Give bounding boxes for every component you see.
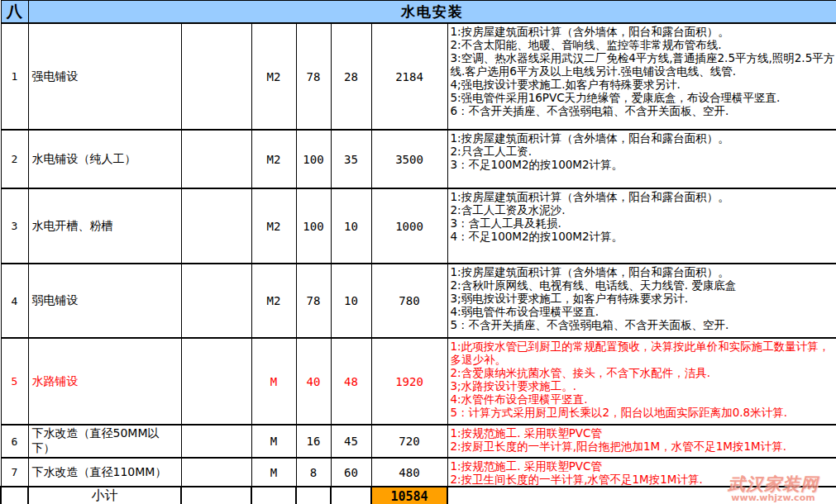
price-table: 八 水电安装 1强电铺设M2782821841:按房屋建筑面积计算（含外墙体，阳… — [0, 0, 836, 504]
note-line: 2:含工人工资及水泥沙. — [451, 203, 835, 216]
unit: M2 — [251, 23, 296, 130]
note-line: 2:不含太阳能、地暖、音响线、监控等非常规布管布线. — [451, 38, 835, 51]
note-line: 3;水路按设计要求施工。. — [451, 379, 835, 392]
subtotal-value: 10584 — [371, 487, 447, 504]
notes-cell: 1:按房屋建筑面积计算（含外墙体，阳台和露台面积）。2:含工人工资及水泥沙.3：… — [447, 188, 836, 264]
subtotal-notes-cell — [447, 487, 836, 504]
unit-price: 48 — [331, 338, 371, 425]
section-number: 八 — [1, 1, 28, 24]
item-row-1: 1强电铺设M2782821841:按房屋建筑面积计算（含外墙体，阳台和露台面积）… — [1, 23, 836, 130]
unit-price: 45 — [331, 425, 371, 458]
notes-cell: 1:按房屋建筑面积计算（含外墙体，阳台和露台面积）。2:只含工人工资.3：不足1… — [447, 130, 836, 188]
note-line: 1:按房屋建筑面积计算（含外墙体，阳台和露台面积）。 — [451, 265, 835, 278]
item-name: 水电开槽、粉槽 — [28, 188, 181, 264]
unit-price: 60 — [331, 458, 371, 487]
row-number: 2 — [1, 130, 28, 188]
note-line: 2:含爱康纳米抗菌水管、接头，不含下水配件，洁具. — [451, 366, 835, 379]
subtotal-label: 小计 — [28, 487, 181, 504]
line-total: 780 — [371, 264, 447, 338]
note-line: 1:按房屋建筑面积计算（含外墙体，阳台和露台面积）。 — [451, 131, 835, 145]
item-name: 弱电铺设 — [28, 264, 181, 338]
subtotal-num-cell — [1, 487, 28, 504]
note-line: 5：计算方式采用厨卫周长乘以2，阳台以地面实际距离加0.8米计算. — [451, 406, 835, 419]
note-line: 3:空调、热水器线采用武汉二厂免检4平方线,普通插座2.5平方线,照明2.5平方… — [451, 51, 835, 78]
unit: M — [251, 458, 296, 487]
subtotal-qty-cell — [296, 487, 331, 504]
blank-cell — [181, 458, 251, 487]
line-total: 1000 — [371, 188, 447, 264]
note-line: 1:按房屋建筑面积计算（含外墙体，阳台和露台面积）。 — [451, 190, 835, 203]
unit: M2 — [251, 130, 296, 188]
quantity: 78 — [296, 23, 331, 130]
item-row-3: 3水电开槽、粉槽M21001010001:按房屋建筑面积计算（含外墙体，阳台和露… — [1, 188, 836, 264]
item-name: 下水改造（直径110MM） — [28, 458, 181, 487]
quantity: 40 — [296, 338, 331, 425]
quantity: 78 — [296, 264, 331, 338]
line-total: 2184 — [371, 23, 447, 130]
item-row-4: 4弱电铺设M278107801:按房屋建筑面积计算（含外墙体，阳台和露台面积）。… — [1, 264, 836, 338]
quantity: 100 — [296, 130, 331, 188]
blank-cell — [181, 188, 251, 264]
notes-cell: 1:按房屋建筑面积计算（含外墙体，阳台和露台面积）。2:不含太阳能、地暖、音响线… — [447, 23, 836, 130]
notes-cell: 1:按规范施工. 采用联塑PVC管2:按卫生间长度的一半计算,水管不足1M按1M… — [447, 458, 836, 487]
note-line: 6：不含开关插座、不含强弱电箱、不含开关面板、空开. — [451, 104, 835, 117]
unit-price: 28 — [331, 23, 371, 130]
unit: M — [251, 338, 296, 425]
note-line: 2:含秋叶原网线、电视有线、电话线、天力线管. 爱康底盒 — [451, 278, 835, 292]
row-number: 7 — [1, 458, 28, 487]
note-line: 5:强电管件采用16PVC天力绝缘管，爱康底盒，布设合理横平竖直. — [451, 91, 835, 104]
unit-price: 10 — [331, 188, 371, 264]
note-line: 1:按规范施工. 采用联塑PVC管 — [451, 426, 835, 440]
note-line: 1:此项按水管已到厨卫的常规配置预收，决算按此单价和实际施工数量计算，多退少补。 — [451, 340, 835, 366]
note-line: 3：不足100M2的按100M2计算。 — [451, 158, 835, 171]
quantity: 100 — [296, 188, 331, 264]
blank-cell — [181, 338, 251, 425]
quantity: 16 — [296, 425, 331, 458]
note-line: 1:按房屋建筑面积计算（含外墙体，阳台和露台面积）。 — [451, 25, 835, 38]
item-row-2: 2水电铺设（纯人工）M21003535001:按房屋建筑面积计算（含外墙体，阳台… — [1, 130, 836, 188]
line-total: 720 — [371, 425, 447, 458]
item-name: 强电铺设 — [28, 23, 181, 130]
notes-cell: 1:此项按水管已到厨卫的常规配置预收，决算按此单价和实际施工数量计算，多退少补。… — [447, 338, 836, 425]
note-line: 4:弱电管件布设合理横平竖直. — [451, 305, 835, 318]
note-line: 3;弱电按设计要求施工，如客户有特殊要求另计. — [451, 292, 835, 305]
unit: M2 — [251, 264, 296, 338]
unit-price: 35 — [331, 130, 371, 188]
note-line: 4;强电按设计要求施工.如客户有特殊要求另计. — [451, 78, 835, 91]
section-header-row: 八 水电安装 — [1, 1, 836, 24]
note-line: 4：不足100M2的按100M2计算。 — [451, 230, 835, 243]
subtotal-price-cell — [331, 487, 371, 504]
unit: M — [251, 425, 296, 458]
row-number: 1 — [1, 23, 28, 130]
item-row-7: 7下水改造（直径110MM）M8604801:按规范施工. 采用联塑PVC管2:… — [1, 458, 836, 487]
note-line: 2:按厨卫长度的一半计算,阳台拖把池加1M，水管不足1M按1M计算. — [451, 440, 835, 453]
notes-cell: 1:按规范施工. 采用联塑PVC管2:按厨卫长度的一半计算,阳台拖把池加1M，水… — [447, 425, 836, 458]
item-name: 水电铺设（纯人工） — [28, 130, 181, 188]
row-number: 6 — [1, 425, 28, 458]
row-number: 5 — [1, 338, 28, 425]
estimate-sheet: 八 水电安装 1强电铺设M2782821841:按房屋建筑面积计算（含外墙体，阳… — [0, 0, 836, 504]
unit-price: 10 — [331, 264, 371, 338]
note-line: 4:水管件布设合理横平竖直. — [451, 392, 835, 406]
blank-cell — [181, 264, 251, 338]
notes-cell: 1:按房屋建筑面积计算（含外墙体，阳台和露台面积）。2:含秋叶原网线、电视有线、… — [447, 264, 836, 338]
subtotal-unit-cell — [251, 487, 296, 504]
note-line: 2:只含工人工资. — [451, 145, 835, 158]
item-name: 下水改造（直径50MM以下） — [28, 425, 181, 458]
line-total: 3500 — [371, 130, 447, 188]
line-total: 480 — [371, 458, 447, 487]
note-line: 2:按卫生间长度的一半计算,水管不足1M按1M计算. — [451, 473, 835, 486]
subtotal-blank-cell — [181, 487, 251, 504]
row-number: 4 — [1, 264, 28, 338]
note-line: 1:按规范施工. 采用联塑PVC管 — [451, 459, 835, 473]
note-line: 3：含工人工具及耗损. — [451, 216, 835, 230]
item-row-6: 6下水改造（直径50MM以下）M16457201:按规范施工. 采用联塑PVC管… — [1, 425, 836, 458]
blank-cell — [181, 23, 251, 130]
row-number: 3 — [1, 188, 28, 264]
item-name: 水路铺设 — [28, 338, 181, 425]
note-line: 5：不含开关插座、不含强弱电箱、不含开关面板、空开. — [451, 318, 835, 331]
blank-cell — [181, 425, 251, 458]
unit: M2 — [251, 188, 296, 264]
line-total: 1920 — [371, 338, 447, 425]
table-body: 八 水电安装 1强电铺设M2782821841:按房屋建筑面积计算（含外墙体，阳… — [1, 1, 836, 504]
